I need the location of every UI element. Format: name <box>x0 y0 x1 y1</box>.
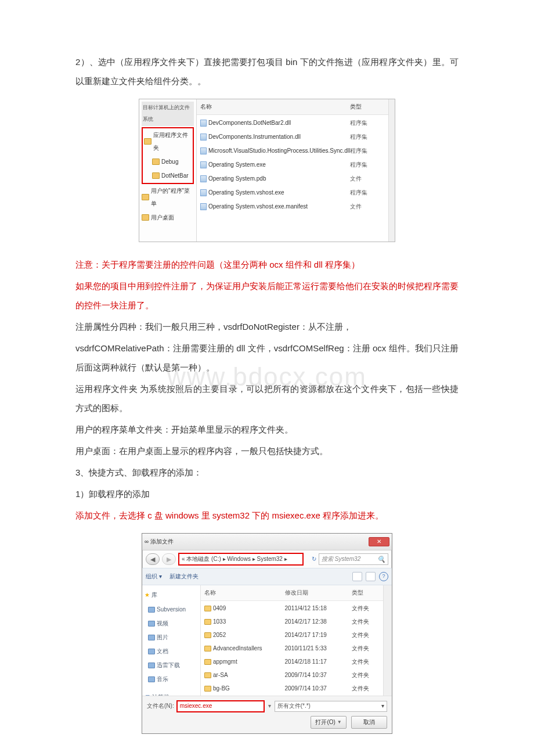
file-name: Operating System.vshost.exe <box>208 186 284 199</box>
folder-icon <box>152 172 160 179</box>
note-red-1: 注意：关于程序需要注册的控件问题（这里分两种 ocx 组件和 dll 程序集） <box>75 255 459 274</box>
help-icon[interactable]: ? <box>379 572 388 581</box>
paragraph-regtypes-2: vsdrfCOMRelativePath：注册需要注册的 dll 文件，vsdr… <box>75 339 459 377</box>
tree-label: Debug <box>161 156 178 168</box>
note-red-2: 如果您的项目中用到控件注册了，为保证用户安装后能正常运行需要给他们在安装的时候把… <box>75 276 459 315</box>
breadcrumb-bar[interactable]: « 本地磁盘 (C:) ▸ Windows ▸ System32 ▸ <box>178 553 304 566</box>
file-date: 2010/11/21 5:33 <box>285 642 352 655</box>
sidebar-group-library[interactable]: ★ 库 <box>145 588 198 603</box>
col-name[interactable]: 名称 <box>204 586 285 599</box>
sidebar-label: 计算机 <box>152 691 169 696</box>
scrollbar[interactable] <box>388 99 395 242</box>
tree-node-appfolder[interactable]: 应用程序文件夹 <box>144 128 192 155</box>
col-name[interactable]: 名称 <box>200 100 350 113</box>
sidebar-item[interactable]: Subversion <box>145 603 198 617</box>
organize-menu[interactable]: 组织 ▾ <box>146 573 162 579</box>
back-button[interactable]: ◀ <box>146 553 160 565</box>
list-item[interactable]: Operating System.vshost.exe程序集 <box>200 186 385 200</box>
file-icon <box>200 120 207 127</box>
sidebar-item-label: 迅雷下载 <box>157 659 180 672</box>
list-item[interactable]: Operating System.exe程序集 <box>200 158 385 172</box>
tree-node-dotnetbar[interactable]: DotNetBar <box>144 169 192 183</box>
sidebar-item[interactable]: 文档 <box>145 645 198 658</box>
col-type[interactable]: 类型 <box>350 100 385 113</box>
tree-label: DotNetBar <box>161 170 189 182</box>
file-name: Microsoft.VisualStudio.HostingProcess.Ut… <box>208 145 350 157</box>
list-item[interactable]: DevComponents.DotNetBar2.dll程序集 <box>200 116 385 130</box>
tree-node-user-desktop[interactable]: 用户桌面 <box>142 211 194 225</box>
file-date: 2011/4/12 15:18 <box>285 602 352 615</box>
preview-icon[interactable] <box>366 572 376 581</box>
folder-icon <box>204 619 211 625</box>
folder-icon <box>204 606 211 611</box>
sidebar-item[interactable]: 图片 <box>145 631 198 645</box>
cancel-button[interactable]: 取消 <box>351 716 387 729</box>
sidebar-group-computer[interactable]: 🖥 计算机 <box>145 690 198 696</box>
library-icon <box>148 649 155 654</box>
filesystem-panel: 目标计算机上的文件系统 应用程序文件夹 Debug DotNetBar <box>139 99 395 242</box>
sidebar-item-label: 文档 <box>157 645 168 658</box>
tree-node-programs-menu[interactable]: 用户的"程序"菜单 <box>142 184 194 211</box>
list-item[interactable]: ar-SA2009/7/14 10:37文件夹 <box>204 668 380 682</box>
list-item[interactable]: AdvancedInstallers2010/11/21 5:33文件夹 <box>204 642 380 655</box>
note-red-3: 添加文件，去选择 c 盘 windows 里 system32 下的 msiex… <box>75 506 459 525</box>
sidebar-item[interactable]: 视频 <box>145 617 198 631</box>
refresh-icon[interactable]: ↻ <box>312 553 316 566</box>
paragraph-programs-menu: 用户的程序菜单文件夹：开始菜单里显示的程序文件夹。 <box>75 420 459 439</box>
list-item[interactable]: 04092011/4/12 15:18文件夹 <box>204 602 380 615</box>
list-item[interactable]: Boot2011/4/12 15:18文件夹 <box>204 695 380 696</box>
sidebar-item[interactable]: 迅雷下载 <box>145 658 198 672</box>
filename-input[interactable]: msiexec.exe <box>176 700 265 712</box>
list-item[interactable]: bg-BG2009/7/14 10:37文件夹 <box>204 682 380 695</box>
filesystem-list-pane: 名称 类型 DevComponents.DotNetBar2.dll程序集Dev… <box>197 99 388 242</box>
file-name: 0409 <box>213 602 226 615</box>
view-icon[interactable] <box>352 572 362 581</box>
file-type: 文件夹 <box>352 682 380 695</box>
col-type[interactable]: 类型 <box>352 586 380 599</box>
file-date: 2014/2/17 12:38 <box>285 615 352 628</box>
file-name: Operating System.pdb <box>208 172 266 185</box>
folder-icon <box>204 632 211 638</box>
sidebar-item[interactable]: 音乐 <box>145 672 198 686</box>
file-icon <box>200 189 207 196</box>
file-name: AdvancedInstallers <box>213 642 262 655</box>
list-header: 名称 类型 <box>197 99 388 115</box>
list-item[interactable]: Operating System.pdb文件 <box>200 172 385 186</box>
close-button[interactable]: ✕ <box>369 537 389 546</box>
folder-icon <box>204 659 211 665</box>
folder-icon <box>204 672 211 678</box>
scrollbar[interactable] <box>383 585 392 696</box>
paragraph-user-desktop: 用户桌面：在用户桌面上显示的程序内容，一般只包括快捷方式。 <box>75 441 459 460</box>
list-item[interactable]: 20522014/2/17 17:19文件夹 <box>204 628 380 642</box>
file-type: 文件 <box>350 172 385 185</box>
list-item[interactable]: 10332014/2/17 12:38文件夹 <box>204 615 380 628</box>
list-item[interactable]: DevComponents.Instrumentation.dll程序集 <box>200 130 385 144</box>
computer-icon: 🖥 <box>145 691 150 696</box>
forward-button[interactable]: ▶ <box>162 553 176 565</box>
file-date: 2011/4/12 15:18 <box>285 696 352 696</box>
list-item[interactable]: Operating System.vshost.exe.manifest文件 <box>200 200 385 214</box>
dropdown-icon[interactable]: ▾ <box>267 700 272 712</box>
new-folder-button[interactable]: 新建文件夹 <box>169 573 199 579</box>
file-filter[interactable]: 所有文件(*.*) ▾ <box>275 701 387 712</box>
folder-icon <box>144 138 151 145</box>
tree-node-debug[interactable]: Debug <box>144 155 192 169</box>
sidebar-label: 库 <box>151 589 157 602</box>
paragraph-appfolder: 运用程序文件夹 为系统按照后的主要目录，可以把所有的资源都放在这个文件夹下，包括… <box>75 379 459 417</box>
file-name: appmgmt <box>213 656 237 668</box>
list-item[interactable]: appmgmt2014/2/18 11:17文件夹 <box>204 655 380 668</box>
tree-label: 用户的"程序"菜单 <box>151 185 194 210</box>
search-placeholder: 搜索 System32 <box>322 553 360 566</box>
folder-icon <box>152 159 160 165</box>
open-button[interactable]: 打开(O) ▼ <box>311 716 347 729</box>
dialog-title: ∞ 添加文件 <box>145 535 174 548</box>
file-name: bg-BG <box>213 682 230 695</box>
library-icon <box>148 635 155 640</box>
search-input[interactable]: 搜索 System32 🔍 <box>319 553 388 565</box>
file-type: 程序集 <box>350 145 385 157</box>
list-item[interactable]: Microsoft.VisualStudio.HostingProcess.Ut… <box>200 144 385 158</box>
filename-value: msiexec.exe <box>180 700 212 712</box>
paragraph-step3-1: 1）卸载程序的添加 <box>75 484 459 503</box>
library-icon <box>148 607 155 613</box>
col-date[interactable]: 修改日期 <box>285 586 352 599</box>
